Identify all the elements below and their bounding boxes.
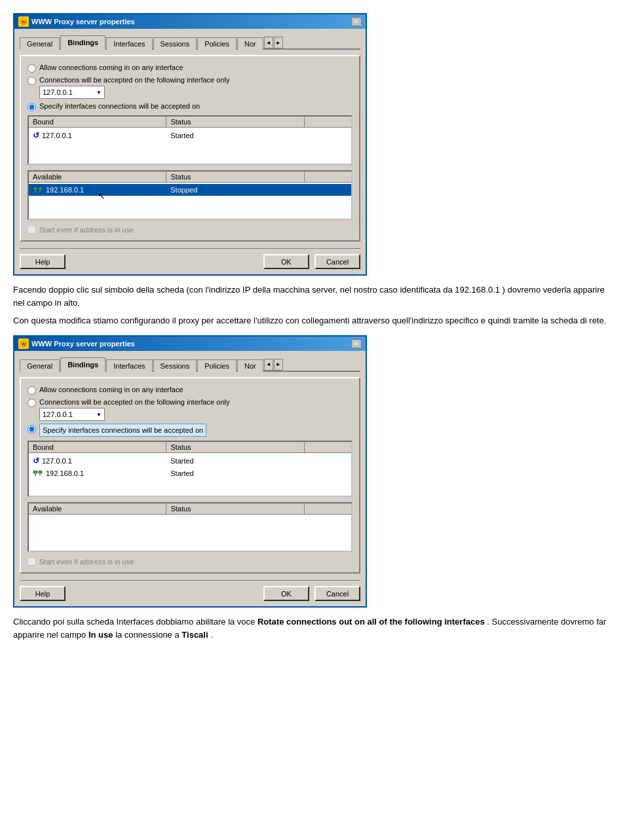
tab-interfaces[interactable]: Interfaces bbox=[106, 37, 152, 50]
tab2-policies[interactable]: Policies bbox=[197, 359, 237, 372]
available-table-body: 192.168.0.1 Stopped ↖ bbox=[29, 183, 351, 219]
radio-item-3: Specify interfaces connections will be a… bbox=[28, 101, 353, 111]
available-table-header: Available Status bbox=[29, 172, 351, 183]
radio-label-3: Specify interfaces connections will be a… bbox=[39, 101, 200, 111]
titlebar-left: W WWW Proxy server properties bbox=[18, 16, 135, 27]
interface-dropdown-2[interactable]: 127.0.0.1 ▼ bbox=[39, 408, 105, 421]
tab2-nor[interactable]: Nor bbox=[237, 359, 263, 372]
bound2-status-1: Started bbox=[170, 457, 193, 465]
bound-extra-cell bbox=[305, 130, 351, 141]
radio-specify-interfaces-1[interactable] bbox=[28, 103, 36, 111]
dialog2-close-button[interactable]: ✕ bbox=[351, 339, 362, 348]
dropdown2-container: 127.0.0.1 ▼ bbox=[39, 408, 229, 421]
dialog1-icon: W bbox=[18, 16, 29, 27]
bound-status-1: Started bbox=[170, 132, 193, 139]
radio-any-interface-1[interactable] bbox=[28, 64, 36, 73]
dialog2-checkbox-item: Start even if address is in use bbox=[28, 557, 353, 566]
text-5c: dobbiamo abilitare la voce bbox=[156, 617, 255, 627]
tab-sessions[interactable]: Sessions bbox=[153, 37, 197, 50]
available-status-header: Status bbox=[166, 172, 304, 182]
checkbox-label-1: Start even if address is in use bbox=[39, 226, 134, 234]
text-section-2: Cliccando poi sulla scheda Interfaces do… bbox=[13, 615, 616, 641]
text-5: Cliccando poi sulla scheda bbox=[13, 617, 114, 627]
dialog1-tabs: General Bindings Interfaces Sessions Pol… bbox=[20, 34, 360, 50]
dialog1-tab-content: Allow connections coming in on any inter… bbox=[20, 55, 360, 242]
svg-rect-4 bbox=[35, 191, 36, 192]
bound2-address-cell-1: ↺ 127.0.0.1 bbox=[29, 456, 166, 466]
dialog2-body: General Bindings Interfaces Sessions Pol… bbox=[14, 351, 366, 607]
table-row[interactable]: 192.168.0.1 Stopped ↖ bbox=[29, 184, 351, 196]
table-row[interactable]: ↺ 127.0.0.1 Started bbox=[29, 454, 351, 467]
radio2-specify-interfaces[interactable] bbox=[28, 425, 36, 433]
dropdown-container-1: 127.0.0.1 ▼ bbox=[39, 86, 229, 99]
dialog1-ok-button[interactable]: OK bbox=[263, 254, 309, 269]
dialog2-bound-table-container: Bound Status ↺ 127.0.0.1 Started bbox=[28, 441, 353, 497]
dialog2-ok-button[interactable]: OK bbox=[263, 586, 309, 601]
available2-table-header: Available Status bbox=[29, 503, 351, 515]
radio-label-1: Allow connections coming in on any inter… bbox=[39, 63, 183, 72]
radio-following-interface-1[interactable] bbox=[28, 77, 36, 85]
radio-item-1: Allow connections coming in on any inter… bbox=[28, 63, 353, 73]
radio2-any-interface[interactable] bbox=[28, 386, 36, 395]
bound2-ip-2: 192.168.0.1 bbox=[46, 469, 84, 477]
svg-rect-2 bbox=[33, 187, 37, 190]
bound2-ip-1: 127.0.0.1 bbox=[42, 457, 72, 465]
dialog2-title: WWW Proxy server properties bbox=[31, 340, 135, 348]
text-7d-bold: Tiscali bbox=[181, 630, 208, 640]
table-row[interactable]: 192.168.0.1 Started bbox=[29, 467, 351, 479]
dialog2-tab-content: Allow connections coming in on any inter… bbox=[20, 377, 360, 574]
svg-text:W: W bbox=[22, 342, 26, 346]
tab-general[interactable]: General bbox=[20, 37, 60, 50]
radio2-item-1: Allow connections coming in on any inter… bbox=[28, 385, 353, 395]
dialog2-cancel-button[interactable]: Cancel bbox=[314, 586, 360, 601]
tab2-sessions[interactable]: Sessions bbox=[153, 359, 197, 372]
radio2-following-interface[interactable] bbox=[28, 399, 36, 407]
dialog1-help-button[interactable]: Help bbox=[20, 254, 66, 269]
tab2-next-arrow[interactable]: ► bbox=[274, 359, 283, 371]
tab-prev-arrow[interactable]: ◄ bbox=[264, 37, 273, 48]
bound-col-header: Bound bbox=[29, 117, 166, 127]
dialog1-checkbox-item: Start even if address is in use bbox=[28, 225, 353, 234]
text-7e: . bbox=[210, 630, 213, 640]
u-arrow-icon-2: ↺ bbox=[33, 456, 39, 466]
available-ip-1: 192.168.0.1 bbox=[46, 186, 84, 194]
radio2-item-2: Connections will be accepted on the foll… bbox=[28, 397, 353, 421]
available2-status-header: Status bbox=[166, 503, 304, 514]
bound2-address-cell-2: 192.168.0.1 bbox=[29, 469, 166, 478]
bound-status-cell: Started bbox=[166, 130, 304, 141]
network-icon bbox=[33, 186, 43, 194]
interface-dropdown-1[interactable]: 127.0.0.1 ▼ bbox=[39, 86, 105, 99]
available-status-1: Stopped bbox=[170, 186, 197, 194]
bound2-table-body: ↺ 127.0.0.1 Started bbox=[29, 453, 351, 496]
dialog1: W WWW Proxy server properties ✕ General … bbox=[13, 13, 367, 276]
paragraph-1: Facendo doppio clic sul simbolo della sc… bbox=[13, 283, 616, 309]
table-row[interactable]: ↺ 127.0.0.1 Started bbox=[29, 129, 351, 142]
dialog1-ok-cancel: OK Cancel bbox=[263, 254, 360, 269]
dialog1-close-button[interactable]: ✕ bbox=[351, 17, 362, 26]
dialog2-icon: W bbox=[18, 338, 29, 349]
tab-next-arrow[interactable]: ► bbox=[274, 37, 283, 48]
dialog2-tabs: General Bindings Interfaces Sessions Pol… bbox=[20, 356, 360, 372]
bound-address-cell: ↺ 127.0.0.1 bbox=[29, 130, 166, 141]
tab-nor[interactable]: Nor bbox=[237, 37, 263, 50]
bound2-status-cell-1: Started bbox=[166, 456, 304, 466]
bound2-extra-header bbox=[305, 442, 351, 452]
bound2-extra-cell-2 bbox=[305, 469, 351, 478]
svg-rect-8 bbox=[33, 471, 37, 473]
tab2-bindings[interactable]: Bindings bbox=[60, 357, 105, 372]
dialog2-available-table-container: Available Status bbox=[28, 502, 353, 552]
dialog1-cancel-button[interactable]: Cancel bbox=[314, 254, 360, 269]
dialog1-available-table-container: Available Status bbox=[28, 170, 353, 220]
dialog2-help-button[interactable]: Help bbox=[20, 586, 66, 601]
radio-label-2: Connections will be accepted on the foll… bbox=[39, 75, 229, 84]
bound2-status-2: Started bbox=[170, 469, 193, 477]
tab2-interfaces[interactable]: Interfaces bbox=[106, 359, 152, 372]
svg-rect-3 bbox=[39, 187, 42, 190]
start-even-checkbox-2 bbox=[28, 557, 36, 566]
tab-bindings[interactable]: Bindings bbox=[60, 35, 105, 50]
tab2-prev-arrow[interactable]: ◄ bbox=[264, 359, 273, 371]
tab-policies[interactable]: Policies bbox=[197, 37, 237, 50]
tab2-general[interactable]: General bbox=[20, 359, 60, 372]
radio2-label-3: Specify interfaces connections will be a… bbox=[39, 424, 206, 437]
bound2-extra-cell-1 bbox=[305, 456, 351, 466]
